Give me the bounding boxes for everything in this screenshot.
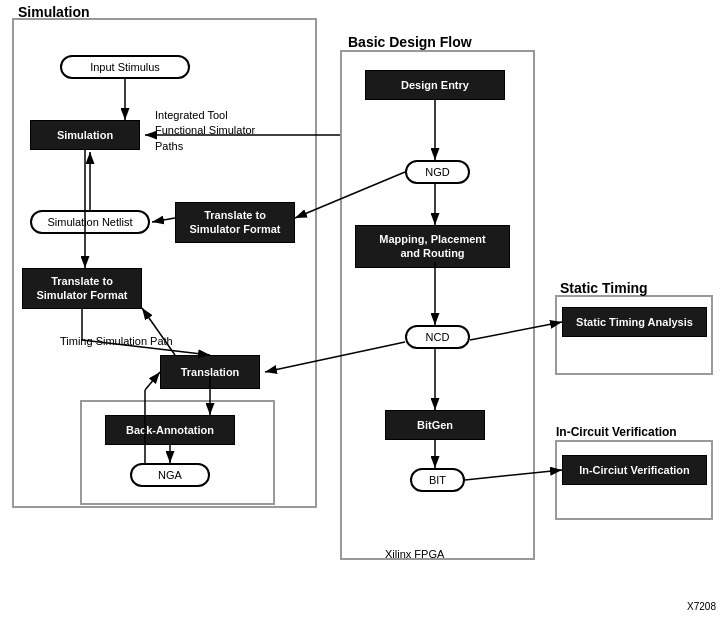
simulation-node: Simulation [30,120,140,150]
in-circuit-verification-title: In-Circuit Verification [556,425,677,439]
integrated-tool-label: Integrated Tool Functional Simulator Pat… [155,108,255,154]
xilinx-fpga-label: Xilinx FPGA [385,548,444,560]
static-timing-title: Static Timing [560,280,648,296]
mapping-placement-routing-node: Mapping, Placement and Routing [355,225,510,268]
design-entry-node: Design Entry [365,70,505,100]
diagram-id-label: X7208 [687,601,716,612]
back-annotation-node: Back-Annotation [105,415,235,445]
bitgen-node: BitGen [385,410,485,440]
simulation-title: Simulation [18,4,90,20]
ncd-node: NCD [405,325,470,349]
ngd-node: NGD [405,160,470,184]
input-stimulus-node: Input Stimulus [60,55,190,79]
timing-simulation-path-label: Timing Simulation Path [60,335,173,347]
translation-node: Translation [160,355,260,389]
in-circuit-verification-node: In-Circiut Verification [562,455,707,485]
translate-sim-format-1-node: Translate to Simulator Format [175,202,295,243]
simulation-netlist-node: Simulation Netlist [30,210,150,234]
nga-node: NGA [130,463,210,487]
translate-sim-format-2-node: Translate to Simulator Format [22,268,142,309]
diagram-container: Simulation Basic Design Flow Static Timi… [0,0,728,620]
bit-node: BIT [410,468,465,492]
basic-design-flow-title: Basic Design Flow [348,34,472,50]
static-timing-analysis-node: Static Timing Analysis [562,307,707,337]
